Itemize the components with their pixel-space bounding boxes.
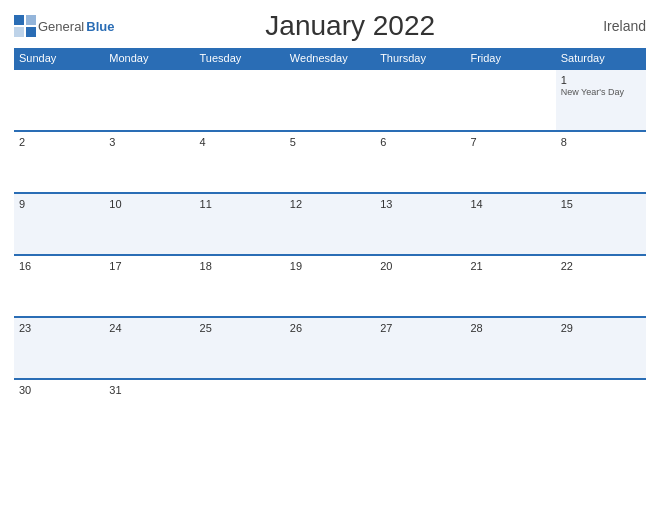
day-number: 29 [561,322,641,334]
day-number: 14 [470,198,550,210]
svg-rect-2 [14,27,24,37]
calendar-page: General Blue January 2022 Ireland Sunday… [0,0,660,510]
logo-blue-text: Blue [86,19,114,34]
calendar-cell: 4 [195,131,285,193]
calendar-week-1: 1New Year's Day [14,69,646,131]
calendar-cell: 23 [14,317,104,379]
calendar-cell: 13 [375,193,465,255]
day-number: 5 [290,136,370,148]
logo-icon [14,15,36,37]
calendar-cell: 12 [285,193,375,255]
svg-rect-3 [26,27,36,37]
calendar-cell [375,69,465,131]
calendar-cell: 5 [285,131,375,193]
calendar-cell: 2 [14,131,104,193]
calendar-cell: 17 [104,255,194,317]
calendar-cell: 14 [465,193,555,255]
calendar-cell: 19 [285,255,375,317]
svg-rect-0 [14,15,24,25]
calendar-cell: 16 [14,255,104,317]
day-number: 16 [19,260,99,272]
day-number: 18 [200,260,280,272]
day-number: 9 [19,198,99,210]
calendar-cell [556,379,646,441]
day-header-wednesday: Wednesday [285,48,375,69]
day-number: 20 [380,260,460,272]
calendar-cell: 6 [375,131,465,193]
calendar-cell: 15 [556,193,646,255]
day-number: 24 [109,322,189,334]
day-header-saturday: Saturday [556,48,646,69]
calendar-cell: 9 [14,193,104,255]
calendar-cell: 31 [104,379,194,441]
calendar-header: SundayMondayTuesdayWednesdayThursdayFrid… [14,48,646,69]
day-headers-row: SundayMondayTuesdayWednesdayThursdayFrid… [14,48,646,69]
calendar-cell [285,379,375,441]
logo-general-text: General [38,19,84,34]
page-header: General Blue January 2022 Ireland [14,10,646,42]
calendar-cell [465,379,555,441]
day-header-friday: Friday [465,48,555,69]
month-title: January 2022 [114,10,586,42]
calendar-cell: 25 [195,317,285,379]
day-number: 15 [561,198,641,210]
calendar-cell: 22 [556,255,646,317]
calendar-cell [195,69,285,131]
day-header-monday: Monday [104,48,194,69]
calendar-cell: 10 [104,193,194,255]
country-label: Ireland [586,18,646,34]
day-number: 10 [109,198,189,210]
day-number: 22 [561,260,641,272]
day-number: 19 [290,260,370,272]
day-number: 28 [470,322,550,334]
calendar-cell: 20 [375,255,465,317]
logo: General Blue [14,15,114,37]
calendar-cell: 27 [375,317,465,379]
calendar-week-5: 23242526272829 [14,317,646,379]
calendar-table: SundayMondayTuesdayWednesdayThursdayFrid… [14,48,646,441]
calendar-cell: 29 [556,317,646,379]
calendar-week-2: 2345678 [14,131,646,193]
calendar-cell [195,379,285,441]
day-number: 3 [109,136,189,148]
calendar-cell: 18 [195,255,285,317]
day-number: 4 [200,136,280,148]
calendar-week-6: 3031 [14,379,646,441]
day-header-sunday: Sunday [14,48,104,69]
day-header-tuesday: Tuesday [195,48,285,69]
calendar-cell: 8 [556,131,646,193]
day-number: 23 [19,322,99,334]
calendar-cell [14,69,104,131]
day-number: 21 [470,260,550,272]
day-number: 2 [19,136,99,148]
calendar-body: 1New Year's Day2345678910111213141516171… [14,69,646,441]
day-number: 30 [19,384,99,396]
day-number: 11 [200,198,280,210]
calendar-cell: 30 [14,379,104,441]
calendar-cell [285,69,375,131]
calendar-cell: 21 [465,255,555,317]
day-number: 12 [290,198,370,210]
svg-rect-1 [26,15,36,25]
day-number: 13 [380,198,460,210]
calendar-cell [375,379,465,441]
calendar-week-4: 16171819202122 [14,255,646,317]
day-number: 6 [380,136,460,148]
day-number: 8 [561,136,641,148]
event-label: New Year's Day [561,87,641,97]
calendar-cell: 1New Year's Day [556,69,646,131]
calendar-cell: 3 [104,131,194,193]
calendar-cell: 11 [195,193,285,255]
day-number: 7 [470,136,550,148]
day-number: 31 [109,384,189,396]
day-number: 17 [109,260,189,272]
day-header-thursday: Thursday [375,48,465,69]
day-number: 1 [561,74,641,86]
calendar-cell [104,69,194,131]
calendar-cell: 26 [285,317,375,379]
day-number: 26 [290,322,370,334]
calendar-week-3: 9101112131415 [14,193,646,255]
day-number: 25 [200,322,280,334]
calendar-cell [465,69,555,131]
calendar-cell: 28 [465,317,555,379]
